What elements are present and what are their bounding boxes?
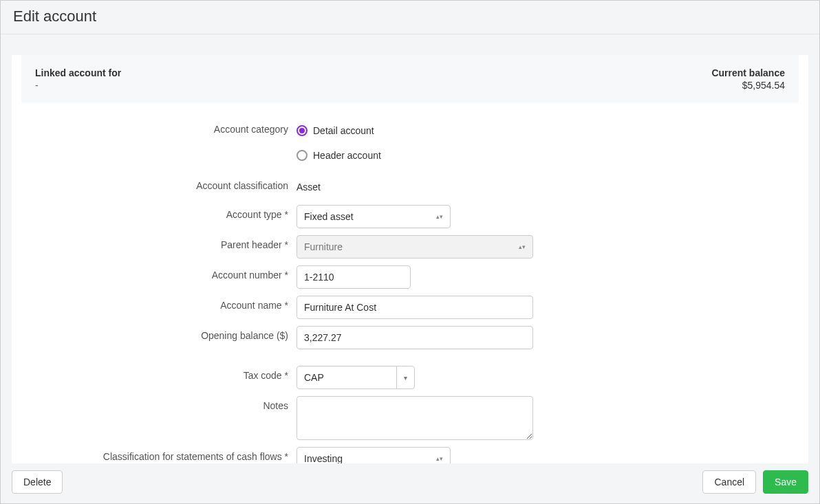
account-type-select[interactable]: Fixed asset ▴▾ [296,205,451,228]
current-balance-label: Current balance [711,67,785,78]
info-banner: Linked account for - Current balance $5,… [21,55,799,103]
account-type-value: Fixed asset [304,211,354,222]
header-account-radio-label[interactable]: Header account [313,150,381,161]
linked-account-section: Linked account for - [35,67,121,91]
tax-code-value: CAP [304,372,324,383]
cash-flow-classification-select[interactable]: Investing ▴▾ [296,447,451,463]
account-classification-value: Asset [296,182,321,193]
parent-header-value: Furniture [304,241,343,252]
account-name-label: Account name * [21,296,296,311]
notes-label: Notes [21,396,296,411]
chevron-down-icon: ▾ [396,366,407,388]
delete-button[interactable]: Delete [12,470,63,494]
account-type-label: Account type * [21,205,296,220]
cancel-button[interactable]: Cancel [702,470,756,494]
save-button[interactable]: Save [763,470,808,494]
account-classification-label: Account classification [21,176,296,191]
dialog-footer: Delete Cancel Save [1,463,819,503]
edit-account-dialog: Edit account Linked account for - Curren… [0,0,820,504]
parent-header-label: Parent header * [21,235,296,250]
form-panel: Linked account for - Current balance $5,… [12,55,808,463]
parent-header-select[interactable]: Furniture ▴▾ [296,235,533,259]
cash-flow-classification-value: Investing [304,453,343,463]
account-number-input[interactable] [296,265,411,289]
account-form: Account category Detail account Header a… [12,120,808,463]
current-balance-value: $5,954.54 [711,80,785,91]
tax-code-label: Tax code * [21,366,296,381]
linked-account-label: Linked account for [35,67,121,78]
detail-account-radio[interactable] [296,125,308,136]
account-category-label: Account category [21,120,296,135]
dialog-title: Edit account [1,1,819,34]
opening-balance-input[interactable] [296,326,533,349]
updown-icon: ▴▾ [436,457,443,461]
notes-textarea[interactable] [296,396,533,440]
cash-flow-classification-label: Classification for statements of cash fl… [21,447,296,462]
current-balance-section: Current balance $5,954.54 [711,67,785,91]
account-name-input[interactable] [296,296,533,319]
detail-account-radio-label[interactable]: Detail account [313,125,374,136]
tax-code-select[interactable]: CAP ▾ [296,366,415,389]
updown-icon: ▴▾ [519,245,526,249]
linked-account-value: - [35,80,121,91]
dialog-body: Linked account for - Current balance $5,… [1,34,819,463]
opening-balance-label: Opening balance ($) [21,326,296,341]
updown-icon: ▴▾ [436,215,443,219]
account-number-label: Account number * [21,265,296,281]
header-account-radio[interactable] [296,150,308,161]
